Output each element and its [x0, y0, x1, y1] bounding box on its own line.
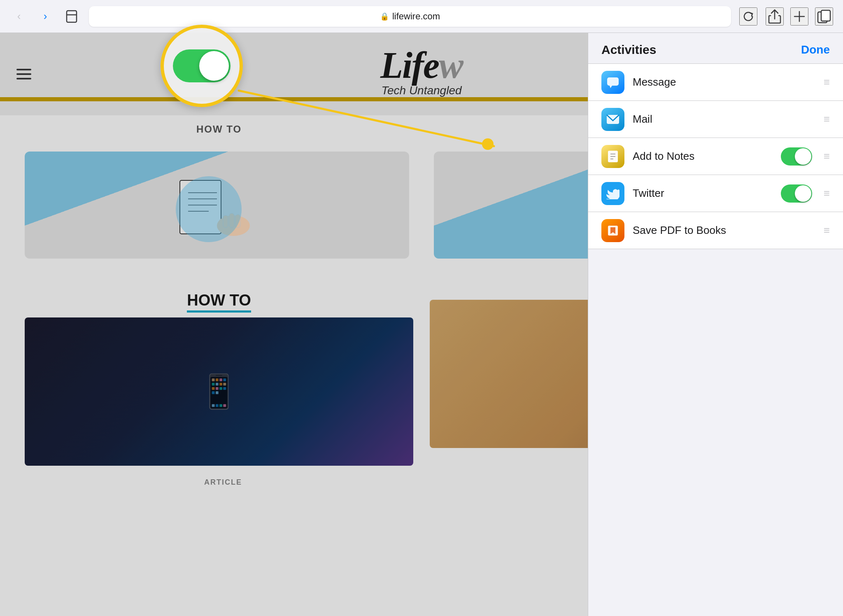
new-tab-button[interactable]: [790, 7, 808, 26]
notes-label: Add to Notes: [633, 150, 773, 163]
bookmarks-button[interactable]: [63, 7, 81, 26]
back-button[interactable]: ‹: [10, 7, 28, 26]
svg-rect-5: [821, 10, 830, 21]
share-button[interactable]: [766, 7, 784, 26]
activity-item-books[interactable]: Save PDF to Books: [588, 212, 843, 249]
done-button[interactable]: Done: [801, 43, 830, 56]
toolbar-right: [766, 7, 833, 26]
twitter-label: Twitter: [633, 187, 773, 200]
activity-item-notes[interactable]: Add to Notes: [588, 138, 843, 175]
url-text: lifewire.com: [392, 11, 440, 22]
activities-panel: Activities Done Message Mail: [588, 33, 843, 616]
mail-drag-handle[interactable]: [824, 113, 830, 126]
lock-icon: 🔒: [380, 12, 389, 21]
twitter-icon: [601, 182, 624, 205]
forward-button[interactable]: ›: [36, 7, 54, 26]
svg-rect-0: [67, 11, 77, 22]
browser-chrome: ‹ › 🔒 lifewire.com: [0, 0, 843, 33]
activity-list: Message Mail: [588, 64, 843, 340]
activity-item-message[interactable]: Message: [588, 64, 843, 101]
mail-label: Mail: [633, 113, 812, 126]
mail-icon: [601, 108, 624, 131]
twitter-toggle[interactable]: [781, 184, 812, 203]
panel-empty-area: [588, 340, 843, 616]
notes-drag-handle[interactable]: [824, 150, 830, 163]
message-label: Message: [633, 76, 812, 89]
tabs-button[interactable]: [815, 7, 833, 26]
panel-title: Activities: [601, 43, 656, 57]
reload-button[interactable]: [739, 7, 757, 26]
panel-header: Activities Done: [588, 33, 843, 64]
message-drag-handle[interactable]: [824, 76, 830, 89]
notes-toggle[interactable]: [781, 147, 812, 166]
svg-rect-19: [607, 77, 619, 86]
address-bar[interactable]: 🔒 lifewire.com: [89, 6, 731, 27]
activity-item-mail[interactable]: Mail: [588, 101, 843, 138]
notes-icon: [601, 145, 624, 168]
message-icon: [601, 71, 624, 94]
svg-marker-20: [610, 86, 612, 88]
books-label: Save PDF to Books: [633, 224, 812, 237]
books-icon: [601, 219, 624, 242]
books-drag-handle[interactable]: [824, 224, 830, 237]
twitter-drag-handle[interactable]: [824, 187, 830, 200]
twitter-toggle-thumb: [795, 185, 811, 202]
notes-toggle-thumb: [795, 148, 811, 165]
activity-item-twitter[interactable]: Twitter: [588, 175, 843, 212]
